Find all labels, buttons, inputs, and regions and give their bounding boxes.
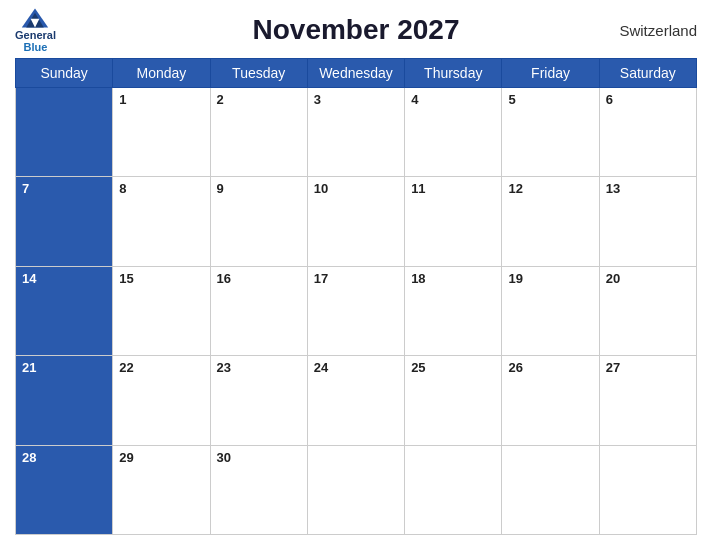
- calendar-day-cell: 21: [16, 356, 113, 445]
- day-number: 15: [119, 271, 133, 286]
- calendar-day-cell: 24: [307, 356, 404, 445]
- calendar-day-cell: 27: [599, 356, 696, 445]
- weekday-header-saturday: Saturday: [599, 59, 696, 88]
- day-number: 29: [119, 450, 133, 465]
- day-number: 1: [119, 92, 126, 107]
- calendar-day-cell: 25: [405, 356, 502, 445]
- calendar-day-cell: [16, 88, 113, 177]
- day-number: 16: [217, 271, 231, 286]
- weekday-header-thursday: Thursday: [405, 59, 502, 88]
- calendar-header: General Blue November 2027 Switzerland: [15, 10, 697, 50]
- calendar-week-row: 14151617181920: [16, 266, 697, 355]
- calendar-day-cell: [405, 445, 502, 534]
- calendar-week-row: 282930: [16, 445, 697, 534]
- calendar-day-cell: 13: [599, 177, 696, 266]
- day-number: 21: [22, 360, 36, 375]
- calendar-day-cell: 29: [113, 445, 210, 534]
- day-number: 26: [508, 360, 522, 375]
- day-number: 18: [411, 271, 425, 286]
- calendar-day-cell: 16: [210, 266, 307, 355]
- calendar-day-cell: 1: [113, 88, 210, 177]
- calendar-day-cell: 28: [16, 445, 113, 534]
- day-number: 20: [606, 271, 620, 286]
- calendar-week-row: 21222324252627: [16, 356, 697, 445]
- day-number: 4: [411, 92, 418, 107]
- weekday-header-sunday: Sunday: [16, 59, 113, 88]
- calendar-day-cell: 5: [502, 88, 599, 177]
- calendar-day-cell: 23: [210, 356, 307, 445]
- calendar-day-cell: 12: [502, 177, 599, 266]
- calendar-day-cell: 3: [307, 88, 404, 177]
- calendar-container: General Blue November 2027 Switzerland S…: [0, 0, 712, 550]
- day-number: 3: [314, 92, 321, 107]
- calendar-day-cell: 15: [113, 266, 210, 355]
- weekday-header-tuesday: Tuesday: [210, 59, 307, 88]
- weekday-header-friday: Friday: [502, 59, 599, 88]
- calendar-day-cell: 8: [113, 177, 210, 266]
- calendar-week-row: 123456: [16, 88, 697, 177]
- day-number: 2: [217, 92, 224, 107]
- logo-general-text: General: [15, 29, 56, 41]
- calendar-day-cell: 11: [405, 177, 502, 266]
- calendar-day-cell: [599, 445, 696, 534]
- calendar-table: SundayMondayTuesdayWednesdayThursdayFrid…: [15, 58, 697, 535]
- day-number: 22: [119, 360, 133, 375]
- calendar-title: November 2027: [15, 14, 697, 46]
- day-number: 17: [314, 271, 328, 286]
- day-number: 14: [22, 271, 36, 286]
- day-number: 6: [606, 92, 613, 107]
- calendar-day-cell: 7: [16, 177, 113, 266]
- calendar-day-cell: 4: [405, 88, 502, 177]
- day-number: 12: [508, 181, 522, 196]
- day-number: 24: [314, 360, 328, 375]
- calendar-day-cell: 14: [16, 266, 113, 355]
- calendar-day-cell: 20: [599, 266, 696, 355]
- day-number: 13: [606, 181, 620, 196]
- day-number: 11: [411, 181, 425, 196]
- weekday-header-wednesday: Wednesday: [307, 59, 404, 88]
- day-number: 28: [22, 450, 36, 465]
- day-number: 25: [411, 360, 425, 375]
- calendar-day-cell: 26: [502, 356, 599, 445]
- calendar-day-cell: 6: [599, 88, 696, 177]
- logo-blue-text: Blue: [24, 41, 48, 53]
- calendar-day-cell: 9: [210, 177, 307, 266]
- day-number: 19: [508, 271, 522, 286]
- day-number: 23: [217, 360, 231, 375]
- calendar-day-cell: 18: [405, 266, 502, 355]
- calendar-day-cell: 17: [307, 266, 404, 355]
- day-number: 10: [314, 181, 328, 196]
- day-number: 7: [22, 181, 29, 196]
- logo-icon: [20, 7, 50, 29]
- calendar-day-cell: 10: [307, 177, 404, 266]
- calendar-day-cell: 2: [210, 88, 307, 177]
- weekday-header-row: SundayMondayTuesdayWednesdayThursdayFrid…: [16, 59, 697, 88]
- country-label: Switzerland: [619, 22, 697, 39]
- weekday-header-monday: Monday: [113, 59, 210, 88]
- calendar-day-cell: [307, 445, 404, 534]
- calendar-day-cell: 30: [210, 445, 307, 534]
- logo-area: General Blue: [15, 7, 56, 53]
- day-number: 8: [119, 181, 126, 196]
- day-number: 27: [606, 360, 620, 375]
- calendar-day-cell: 19: [502, 266, 599, 355]
- calendar-week-row: 78910111213: [16, 177, 697, 266]
- day-number: 9: [217, 181, 224, 196]
- day-number: 5: [508, 92, 515, 107]
- day-number: 30: [217, 450, 231, 465]
- calendar-day-cell: 22: [113, 356, 210, 445]
- calendar-day-cell: [502, 445, 599, 534]
